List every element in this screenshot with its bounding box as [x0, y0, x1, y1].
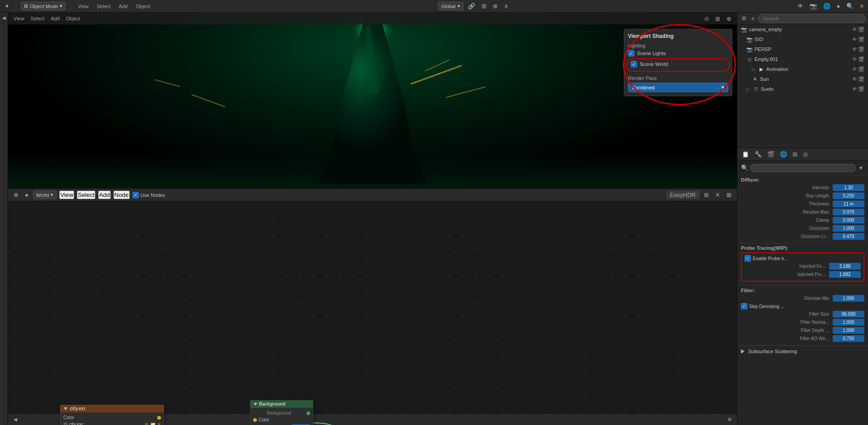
occlusion-li-value[interactable]: 0.470: [833, 233, 864, 240]
eye-icon-empty001[interactable]: 👁: [852, 56, 857, 62]
eye-icon-persp[interactable]: 👁: [852, 47, 857, 52]
render-pass-dropdown[interactable]: Combined ▾: [628, 83, 728, 92]
render-icon-anim[interactable]: 🎬: [858, 66, 864, 72]
vp-object-btn[interactable]: Object: [64, 15, 82, 22]
render-icon-suelo[interactable]: 🎬: [858, 86, 864, 92]
shading-icon[interactable]: ●: [835, 2, 842, 10]
add-menu[interactable]: Add: [116, 3, 131, 10]
filter-depth-value[interactable]: 1.000: [833, 327, 864, 334]
global-select[interactable]: Global ▾: [438, 2, 463, 10]
eye-icon-suelo[interactable]: 👁: [852, 86, 857, 92]
filter-ao-value[interactable]: 0.750: [833, 335, 864, 342]
ray-length-value[interactable]: 0.250: [833, 192, 864, 199]
outliner-item-iso[interactable]: 📷 ISO 👁 🎬: [737, 34, 868, 44]
ne-pin-icon[interactable]: EasyHDR: [666, 191, 699, 199]
outliner-filter-icon[interactable]: ≡: [750, 15, 756, 22]
ne-node-btn[interactable]: Node: [113, 191, 130, 199]
vp-view-btn[interactable]: View: [12, 15, 26, 22]
eye-icon-iso[interactable]: 👁: [852, 37, 857, 42]
object-mode-select[interactable]: ⊞ Object Mode ▾: [21, 2, 66, 10]
ne-nav-icon[interactable]: ◀: [12, 416, 19, 423]
prop-icon-6[interactable]: ◎: [801, 150, 810, 159]
bg1-out-socket[interactable]: [307, 411, 310, 415]
image-node[interactable]: city.exr Color 🖼 city.exr ⊞ 📁 ✕: [60, 405, 164, 425]
search-icon[interactable]: 🔍: [844, 2, 855, 10]
outliner-icon[interactable]: ⊞: [740, 14, 748, 22]
magnet-icon[interactable]: ⊕: [491, 2, 500, 10]
eye-icon-camera[interactable]: 👁: [852, 27, 857, 33]
outliner-item-empty001[interactable]: ◇ Empty.001 👁 🎬: [737, 54, 868, 64]
outliner-item-persp[interactable]: 📷 PERSP 👁 🎬: [737, 44, 868, 54]
select-menu[interactable]: Select: [94, 3, 113, 10]
viewport-shading-btn[interactable]: ◎: [703, 14, 711, 23]
thickness-value[interactable]: 11 m: [833, 201, 864, 207]
background-node-1[interactable]: Background Background Color: [250, 400, 313, 425]
intensity-value[interactable]: 1.30: [833, 184, 864, 191]
outliner-item-suelo[interactable]: ▷ ▽ Suelo 👁 🎬: [737, 84, 868, 94]
world-select[interactable]: World ▾: [33, 191, 57, 199]
arrow-left-icon[interactable]: ◀: [0, 14, 8, 21]
skip-denoising-checkbox[interactable]: ✓: [741, 303, 747, 309]
viewport-overlay-btn[interactable]: ⊞: [713, 14, 722, 23]
world-icon2[interactable]: 🌐: [821, 2, 832, 10]
outliner-item-sun[interactable]: ☀ Sun 👁 🎬: [737, 74, 868, 84]
filter-size-value[interactable]: 96.000: [833, 311, 864, 318]
vp-select-btn[interactable]: Select: [29, 15, 47, 22]
link-icon[interactable]: 🔗: [466, 2, 477, 10]
proportional-icon[interactable]: ∧: [502, 2, 510, 10]
injected-f-value[interactable]: 3.186: [829, 263, 861, 270]
subsurface-row[interactable]: Subsurface Scattering: [737, 346, 868, 357]
grid-icon[interactable]: ⊞: [480, 2, 488, 10]
scene-lights-checkbox[interactable]: ✓: [628, 50, 634, 56]
prop-filter-btn[interactable]: ▾: [858, 163, 864, 172]
filter-icon[interactable]: ≡: [858, 2, 865, 10]
ne-icon[interactable]: ⊕: [12, 191, 20, 199]
denoise-mix-value[interactable]: 1.000: [833, 295, 864, 302]
ne-select-btn[interactable]: Select: [77, 191, 95, 199]
vp-add-btn[interactable]: Add: [49, 15, 61, 22]
prop-icon-1[interactable]: 📋: [740, 150, 751, 159]
prop-icon-3[interactable]: 🎬: [765, 150, 776, 159]
scene-world-checkbox[interactable]: ✓: [631, 61, 637, 67]
resolve-bias-value[interactable]: 0.070: [833, 209, 864, 215]
file-x-icon[interactable]: ✕: [157, 422, 161, 425]
prop-icon-5[interactable]: ⊞: [791, 150, 799, 159]
eye-icon[interactable]: 👁: [796, 2, 805, 10]
occlusion-value[interactable]: 1.000: [833, 225, 864, 232]
render-icon[interactable]: 📷: [808, 2, 819, 10]
ne-close-icon[interactable]: ✕: [713, 191, 722, 199]
eye-icon-anim[interactable]: 👁: [852, 66, 857, 72]
ne-zoom-icon[interactable]: ⊞: [726, 416, 733, 423]
ne-sphere-icon[interactable]: ●: [23, 191, 30, 199]
blender-icon[interactable]: ✦: [3, 2, 11, 10]
use-nodes-checkbox[interactable]: ✓: [132, 192, 139, 198]
color-out-socket[interactable]: [157, 416, 161, 420]
ne-add-btn[interactable]: Add: [98, 191, 111, 199]
ne-view-btn[interactable]: View: [59, 191, 74, 199]
prop-icon-2[interactable]: 🔧: [753, 150, 764, 159]
eye-icon-sun[interactable]: 👁: [852, 76, 857, 82]
render-icon-camera[interactable]: 🎬: [858, 27, 864, 33]
enable-probe-checkbox[interactable]: ✓: [745, 255, 751, 262]
render-icon-sun[interactable]: 🎬: [858, 76, 864, 82]
outliner-search[interactable]: [758, 14, 865, 23]
filter-norma-value[interactable]: 1.000: [833, 319, 864, 326]
bg1-color-in[interactable]: [253, 418, 257, 422]
render-icon-iso[interactable]: 🎬: [858, 37, 864, 42]
viewport-gizmo-btn[interactable]: ⊕: [725, 14, 733, 23]
render-icon-persp[interactable]: 🎬: [858, 47, 864, 52]
prop-search-input[interactable]: [750, 164, 856, 172]
view-menu[interactable]: View: [75, 3, 91, 10]
ne-copy-icon[interactable]: ⊞: [702, 191, 711, 199]
object-menu[interactable]: Object: [133, 3, 153, 10]
outliner-item-camera-empty[interactable]: 📷 camera_empty 👁 🎬: [737, 24, 868, 34]
prop-icon-4[interactable]: 🌐: [778, 150, 789, 159]
render-icon-empty001[interactable]: 🎬: [858, 56, 864, 62]
file-copy-icon[interactable]: ⊞: [145, 422, 148, 425]
injected-p-value[interactable]: 1.892: [829, 271, 861, 278]
file-folder-icon[interactable]: 📁: [150, 422, 156, 425]
outliner-item-animation[interactable]: ▷ ▶ Animation 👁 🎬: [737, 64, 868, 74]
clamp-value[interactable]: 0.000: [833, 217, 864, 224]
ne-maximize-icon[interactable]: ⊠: [725, 191, 733, 199]
node-canvas[interactable]: city.exr Color 🖼 city.exr ⊞ 📁 ✕: [8, 201, 737, 425]
